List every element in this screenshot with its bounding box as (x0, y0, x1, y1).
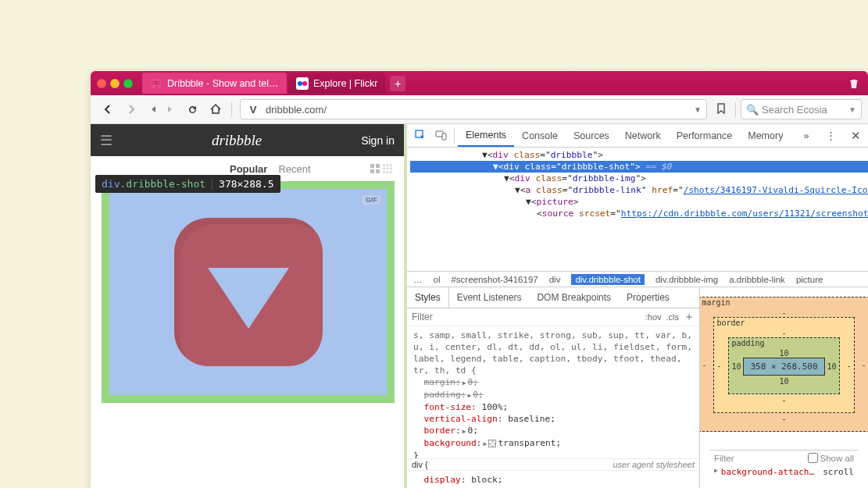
grid-small-icon (382, 163, 393, 174)
tooltip-tag: div (102, 178, 120, 190)
stab-styles[interactable]: Styles (407, 287, 449, 308)
close-window-button[interactable] (97, 79, 106, 88)
tab-strip: Dribbble - Show and tell for d Explore |… (91, 71, 868, 95)
new-style-rule-icon[interactable]: ＋ (684, 310, 695, 324)
tooltip-class: .dribbble-shot (120, 178, 205, 190)
maximize-window-button[interactable] (123, 79, 133, 88)
devtools-close-icon[interactable]: ✕ (846, 129, 865, 143)
tab-sources[interactable]: Sources (566, 124, 617, 147)
crumb[interactable]: a.dribbble-link (729, 275, 785, 284)
separator (231, 102, 232, 117)
tab-elements[interactable]: Elements (458, 124, 514, 147)
browser-tab-dribbble[interactable]: Dribbble - Show and tell for d (142, 73, 287, 94)
box-model-diagram[interactable]: margin - - - border - - - padding (700, 297, 868, 432)
inspect-element-icon[interactable] (410, 126, 430, 146)
stab-dom-breakpoints[interactable]: DOM Breakpoints (529, 287, 619, 308)
computed-filter-bar: Filter Show all (709, 450, 859, 465)
url-text: dribbble.com/ (266, 104, 694, 116)
shot-container: div.dribbble-shot 378×288.5 GIF (91, 181, 404, 403)
bookmark-icon[interactable] (712, 103, 730, 116)
hov-toggle[interactable]: :hov (645, 312, 662, 322)
svg-rect-8 (383, 164, 385, 166)
hamburger-icon[interactable]: ☰ (100, 132, 113, 149)
v-letter-shape (208, 268, 289, 329)
showall-checkbox[interactable]: Show all (808, 453, 854, 463)
ua-stylesheet-label: div {user agent stylesheet (407, 458, 699, 471)
stab-properties[interactable]: Properties (619, 287, 677, 308)
tab-console[interactable]: Console (514, 124, 566, 147)
site-identity-badge[interactable]: V (245, 102, 261, 117)
svg-rect-19 (442, 134, 446, 140)
crumb[interactable]: picture (796, 275, 823, 284)
browser-window: Dribbble - Show and tell for d Explore |… (91, 71, 868, 488)
home-button[interactable] (205, 98, 227, 120)
devtools-menu-icon[interactable]: ⋮ (821, 130, 840, 141)
styles-tabs: Styles Event Listeners DOM Breakpoints P… (407, 287, 699, 308)
filter-popular[interactable]: Popular (230, 163, 267, 175)
tab-memory[interactable]: Memory (740, 124, 791, 147)
url-bar[interactable]: V dribbble.com/ ▼ (240, 99, 707, 119)
computed-filter-label[interactable]: Filter (714, 454, 734, 463)
search-dropdown-icon[interactable]: ▼ (848, 105, 856, 114)
styles-panel: Styles Event Listeners DOM Breakpoints P… (407, 287, 700, 488)
vivaldi-squircle-icon (174, 218, 323, 366)
new-tab-button[interactable]: + (390, 76, 405, 91)
crumb[interactable]: #screenshot-3416197 (451, 275, 538, 284)
minimize-window-button[interactable] (110, 79, 120, 88)
svg-rect-12 (387, 168, 389, 170)
rewind-button[interactable] (144, 98, 161, 120)
computed-property-row[interactable]: ▶ background-attach… scroll (709, 465, 859, 479)
tab-title: Dribbble - Show and tell for d (167, 78, 279, 89)
dom-node[interactable]: ▼<a class="dribbble-link" href="/shots/3… (410, 184, 868, 196)
crumb[interactable]: div (549, 275, 561, 284)
reload-button[interactable] (181, 98, 203, 120)
dom-breadcrumb[interactable]: … ol #screenshot-3416197 div div.dribbbl… (407, 271, 868, 287)
stab-event-listeners[interactable]: Event Listeners (449, 287, 530, 308)
svg-rect-14 (383, 171, 385, 173)
css-rule-block[interactable]: display: block; (407, 471, 699, 488)
css-rule-block[interactable]: s, samp, small, strike, strong, sub, sup… (407, 326, 699, 458)
dom-node[interactable]: ▼<div class="dribbble-img"> (410, 173, 868, 184)
css-selector: s, samp, small, strike, strong, sub, sup… (413, 329, 693, 376)
url-dropdown-icon[interactable]: ▼ (694, 105, 702, 114)
tab-performance[interactable]: Performance (669, 124, 741, 147)
styles-row: Styles Event Listeners DOM Breakpoints P… (407, 287, 868, 488)
svg-rect-6 (370, 169, 374, 173)
dom-node[interactable]: ▼<picture> (410, 196, 868, 208)
svg-rect-7 (376, 169, 380, 173)
tab-network[interactable]: Network (617, 124, 669, 147)
dribbble-shot[interactable]: GIF (102, 181, 395, 403)
device-toolbar-icon[interactable] (430, 126, 451, 146)
dom-node[interactable]: <source srcset="https://cdn.dribbble.com… (410, 208, 868, 219)
forward-button[interactable] (120, 98, 142, 120)
back-button[interactable] (97, 98, 119, 120)
signin-link[interactable]: Sign in (361, 134, 395, 147)
dom-node-selected[interactable]: ▼<div class="dribbble-shot">== $0 (410, 161, 868, 173)
tabs-overflow-icon[interactable]: » (797, 130, 816, 141)
svg-rect-10 (390, 164, 392, 166)
grid-large-icon (370, 163, 380, 174)
filter-recent[interactable]: Recent (278, 163, 310, 175)
search-box[interactable]: 🔍 Search Ecosia ▼ (741, 99, 862, 119)
devtools-panel: Elements Console Sources Network Perform… (407, 124, 868, 488)
crumb[interactable]: ol (434, 275, 441, 284)
cls-toggle[interactable]: .cls (666, 312, 680, 322)
svg-rect-5 (376, 164, 380, 168)
crumb-ellipsis[interactable]: … (413, 275, 423, 284)
layout-toggle[interactable] (370, 163, 393, 174)
browser-tab-flickr[interactable]: Explore | Flickr (288, 73, 385, 94)
dom-node[interactable]: ▼<div class="dribbble"> (410, 149, 868, 161)
dom-tree[interactable]: ▼<div class="dribbble"> ▼<div class="dri… (407, 148, 868, 271)
rendered-page: ☰ dribbble Sign in Popular Recent div.dr… (91, 124, 407, 488)
search-placeholder: Search Ecosia (762, 104, 827, 116)
separator (735, 102, 736, 117)
crumb-selected[interactable]: div.dribbble-shot (571, 274, 645, 285)
styles-filter-input[interactable] (412, 312, 641, 322)
styles-filter-bar: :hov .cls ＋ (407, 308, 699, 327)
fastforward-button[interactable] (163, 98, 180, 120)
gif-badge: GIF (363, 195, 380, 205)
crumb[interactable]: div.dribbble-img (655, 275, 718, 284)
dribbble-logo[interactable]: dribbble (212, 132, 262, 149)
svg-rect-13 (390, 168, 392, 170)
trash-icon[interactable] (848, 77, 860, 90)
